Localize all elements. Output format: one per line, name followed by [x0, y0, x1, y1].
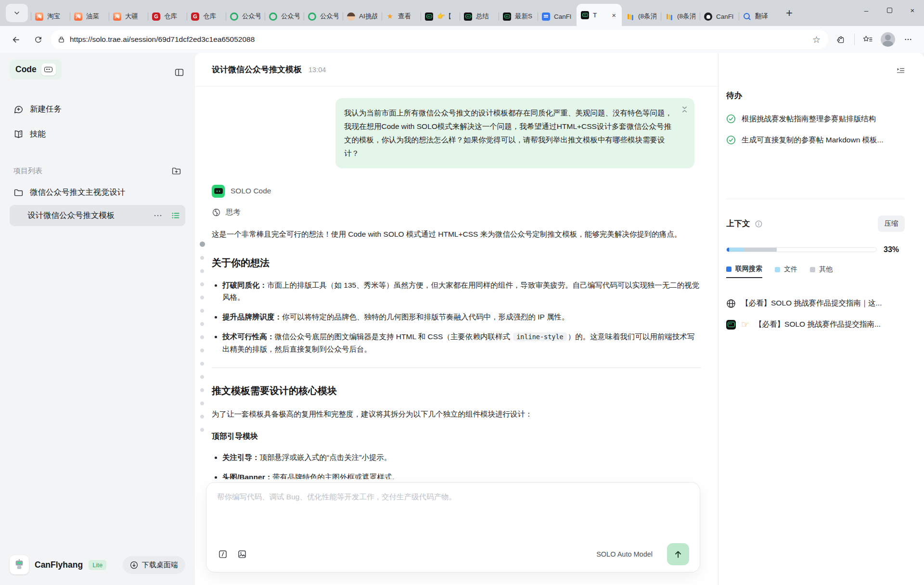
context-section: 上下文 压缩 33% — [726, 216, 905, 330]
browser-tab[interactable]: AI挑战 × — [343, 7, 382, 26]
browser-tab[interactable]: (8条消 × — [622, 7, 661, 26]
subsection-heading: 顶部引导模块 — [212, 432, 701, 442]
browser-tab[interactable]: 最新S × — [499, 7, 538, 26]
tab-search-button[interactable] — [6, 4, 28, 22]
collapse-message-button[interactable] — [681, 105, 688, 114]
legend-swatch — [775, 267, 780, 272]
legend-item-web-search[interactable]: 联网搜索 — [726, 265, 762, 278]
legend-label: 文件 — [784, 265, 797, 274]
tab-favicon-icon — [542, 13, 550, 21]
project-item-active[interactable]: 设计微信公众号推文模板 ⋯ — [10, 205, 185, 226]
bullet-lead: 头图/Banner： — [222, 473, 272, 479]
robot-avatar-icon — [13, 558, 26, 572]
info-icon[interactable] — [755, 220, 763, 228]
project-folder-item[interactable]: 微信公众号推文主视觉设计 — [10, 182, 185, 203]
browser-tab[interactable]: 仓库 × — [187, 7, 226, 26]
bookmark-star-icon[interactable]: ☆ — [809, 33, 823, 46]
back-button[interactable] — [7, 30, 25, 49]
tab-title: 翻译 — [755, 12, 773, 21]
panel-collapse-button[interactable] — [896, 65, 906, 76]
globe-icon — [726, 299, 736, 308]
browser-tab[interactable]: 👉【 × — [421, 7, 460, 26]
folder-plus-icon — [171, 166, 181, 176]
todo-item[interactable]: 根据挑战赛发帖指南整理参赛贴排版结构 — [726, 114, 905, 124]
new-project-button[interactable] — [171, 166, 181, 176]
extensions-button[interactable] — [832, 30, 850, 49]
browser-tab[interactable]: 总结 × — [460, 7, 499, 26]
sidebar-collapse-button[interactable] — [174, 67, 184, 77]
window-close-button[interactable]: × — [901, 0, 924, 20]
window-controls: – × — [855, 0, 924, 20]
browser-tab[interactable]: 公众号 × — [304, 7, 343, 26]
user-name: CanFlyhang — [35, 560, 83, 570]
browser-tab[interactable]: T × — [577, 4, 622, 26]
todo-item[interactable]: 生成可直接复制的参赛帖 Markdown 模板... — [726, 135, 905, 145]
bullet-lead: 技术可行性高： — [222, 332, 275, 341]
send-button[interactable] — [667, 543, 689, 565]
reload-button[interactable] — [29, 30, 47, 49]
user-message-text: 我认为当前市面上所有微信公众号推文的设计模板都存在同质化严重、美观问题、没有特色… — [344, 109, 672, 157]
assistant-name: SOLO Code — [231, 187, 271, 195]
browser-menu-button[interactable] — [899, 30, 917, 49]
usage-segment-other — [744, 248, 777, 252]
chevron-down-icon — [13, 9, 21, 17]
url-text[interactable]: https://solo.trae.ai/session/69d71dcf2ed… — [70, 35, 805, 44]
solo-code-brand[interactable]: Code — [10, 60, 62, 79]
tab-title: 公众号 — [281, 12, 299, 21]
usage-segment-files — [729, 248, 744, 252]
legend-item-other[interactable]: 其他 — [810, 265, 833, 278]
browser-window: 淘宝 × 油菜 × 大疆 × 仓库 × 仓库 × — [0, 0, 924, 585]
tab-close-icon[interactable]: × — [610, 11, 617, 19]
user-avatar[interactable] — [10, 555, 29, 574]
panel-toggle-icon — [174, 67, 184, 77]
composer-input[interactable] — [217, 491, 689, 543]
thinking-row[interactable]: 思考 — [212, 207, 701, 217]
browser-tab[interactable]: 大疆 × — [109, 7, 148, 26]
address-bar[interactable]: https://solo.trae.ai/session/69d71dcf2ed… — [51, 30, 828, 49]
bullet-item: 技术可行性高：微信公众号底层的图文编辑器是支持 HTML 和 CSS（主要依赖内… — [222, 331, 701, 355]
new-tab-button[interactable]: + — [780, 4, 799, 22]
fold-chevrons-icon — [681, 105, 688, 114]
reference-link[interactable]: 【必看】SOLO 挑战赛作品提交指南... — [726, 319, 905, 330]
pointing-finger-icon — [741, 319, 749, 330]
slash-command-button[interactable] — [217, 548, 229, 560]
task-list-icon[interactable] — [171, 211, 180, 220]
compress-button[interactable]: 压缩 — [878, 216, 905, 232]
download-desktop-button[interactable]: 下载桌面端 — [123, 556, 185, 574]
window-minimize-button[interactable]: – — [855, 0, 878, 20]
browser-tab[interactable]: CanFl × — [538, 7, 577, 26]
browser-tab[interactable]: 查看 × — [382, 7, 421, 26]
tab-favicon-icon — [35, 13, 43, 21]
browser-tab[interactable]: (8条消 × — [661, 7, 700, 26]
browser-tab[interactable]: 翻译 × — [739, 7, 778, 26]
check-circle-icon — [726, 114, 736, 124]
browser-tab[interactable]: 公众号 × — [226, 7, 265, 26]
sidebar-item-skills[interactable]: 技能 — [10, 124, 185, 145]
legend-label: 其他 — [819, 265, 833, 274]
tab-title: T — [593, 12, 606, 19]
attach-image-button[interactable] — [236, 548, 248, 560]
composer: SOLO Auto Model — [206, 482, 700, 572]
collapse-list-icon — [896, 65, 906, 76]
sidebar-item-new-task[interactable]: 新建任务 — [10, 99, 185, 120]
solo-favicon-icon — [726, 320, 736, 330]
arrow-up-icon — [673, 549, 683, 560]
favorites-button[interactable] — [859, 30, 877, 49]
right-panel: 待办 根据挑战赛发帖指南整理参赛贴排版结构 生成可直接复制的参赛帖 Markdo… — [719, 53, 924, 585]
model-selector[interactable]: SOLO Auto Model — [596, 550, 653, 558]
bullet-list: 关注引导：顶部悬浮或嵌入式的“点击关注”小提示。 头图/Banner：带有品牌特… — [212, 451, 701, 479]
browser-tab[interactable]: 油菜 × — [70, 7, 109, 26]
profile-avatar[interactable] — [881, 32, 895, 47]
browser-tab[interactable]: 仓库 × — [148, 7, 187, 26]
section-heading: 推文模板需要设计的核心模块 — [212, 384, 701, 397]
legend-item-files[interactable]: 文件 — [775, 265, 797, 278]
more-icon[interactable]: ⋯ — [152, 210, 165, 221]
reference-link[interactable]: 【必看】SOLO 挑战赛作品提交指南｜这... — [726, 298, 905, 308]
todo-text: 生成可直接复制的参赛帖 Markdown 模板... — [742, 135, 884, 145]
browser-tab[interactable]: 淘宝 × — [31, 7, 70, 26]
projects-header: 项目列表 — [10, 166, 185, 176]
browser-tab[interactable]: 公众号 × — [265, 7, 304, 26]
context-usage-row: 33% — [726, 245, 905, 254]
window-restore-button[interactable] — [878, 0, 901, 20]
browser-tab[interactable]: CanFl × — [700, 7, 739, 26]
